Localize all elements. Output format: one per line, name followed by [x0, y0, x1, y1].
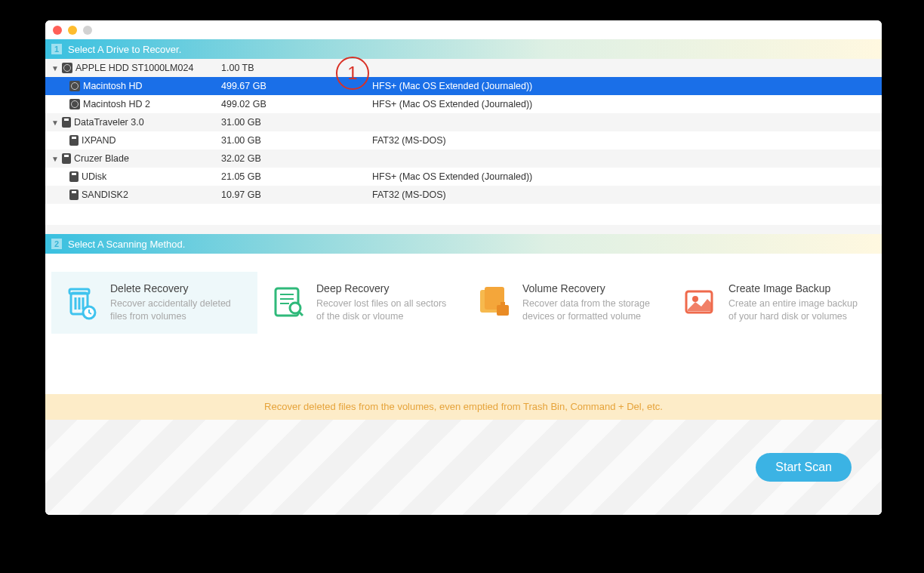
drive-size: 1.00 TB: [221, 63, 372, 73]
drive-name: Macintosh HD: [83, 81, 143, 91]
drive-row[interactable]: IXPAND31.00 GBFAT32 (MS-DOS): [45, 131, 882, 149]
method-card-backup[interactable]: Create Image BackupCreate an entire imag…: [670, 272, 876, 334]
drive-size: 31.00 GB: [221, 135, 372, 146]
drive-row[interactable]: ▼DataTraveler 3.031.00 GB: [45, 113, 882, 131]
svg-line-11: [299, 312, 303, 316]
section-1-number: 1: [51, 44, 62, 54]
svg-rect-1: [69, 289, 89, 294]
drive-filesystem: FAT32 (MS-DOS): [372, 189, 882, 200]
section-1-header: 1 Select A Drive to Recover.: [45, 39, 882, 59]
drive-size: 499.02 GB: [221, 99, 372, 109]
method-title: Deep Recovery: [316, 282, 453, 294]
footer: Start Scan: [45, 420, 882, 515]
svg-point-17: [692, 296, 698, 302]
titlebar: [45, 20, 882, 39]
drive-row[interactable]: ▼APPLE HDD ST1000LM0241.00 TB: [45, 59, 882, 77]
drive-tree-cell: ▼DataTraveler 3.0: [51, 117, 221, 128]
method-desc: Recover accidentally deleted files from …: [110, 297, 247, 323]
spacer: [45, 204, 882, 225]
usb-drive-icon: [69, 189, 79, 200]
svg-rect-15: [500, 302, 505, 307]
section-2-number: 2: [51, 239, 62, 249]
drive-tree-cell: ▼APPLE HDD ST1000LM024: [51, 63, 221, 73]
disclosure-triangle-icon[interactable]: ▼: [51, 64, 59, 72]
disclosure-triangle-icon[interactable]: ▼: [51, 119, 59, 127]
method-title: Create Image Backup: [728, 282, 865, 294]
method-title: Volume Recovery: [522, 282, 659, 294]
usb-drive-icon: [69, 135, 79, 146]
method-card-volume[interactable]: Volume RecoveryRecover data from the sto…: [464, 272, 670, 334]
drive-name: Macintosh HD 2: [83, 99, 150, 109]
drive-name: APPLE HDD ST1000LM024: [75, 63, 193, 73]
drive-filesystem: FAT32 (MS-DOS): [372, 135, 882, 146]
maximize-window-icon[interactable]: [83, 26, 92, 35]
usb-drive-icon: [69, 171, 79, 182]
section-2-title: Select A Scanning Method.: [68, 239, 185, 250]
divider-strip: [45, 225, 882, 234]
method-desc: Recover data from the storage devices or…: [522, 297, 659, 323]
svg-rect-14: [497, 305, 509, 316]
method-card-deep[interactable]: Deep RecoveryRecover lost files on all s…: [257, 272, 464, 334]
close-window-icon[interactable]: [53, 26, 62, 35]
scanning-methods: Delete RecoveryRecover accidentally dele…: [45, 254, 882, 349]
drive-size: 10.97 GB: [221, 189, 372, 200]
disclosure-triangle-icon[interactable]: ▼: [51, 155, 59, 163]
drive-name: IXPAND: [82, 135, 116, 146]
start-scan-button[interactable]: Start Scan: [756, 453, 852, 482]
harddisk-icon: [69, 99, 80, 109]
drive-row[interactable]: ▼Cruzer Blade32.02 GB: [45, 149, 882, 168]
section-2-header: 2 Select A Scanning Method.: [45, 234, 882, 254]
section-1-title: Select A Drive to Recover.: [68, 44, 181, 55]
usb-drive-icon: [62, 153, 71, 164]
minimize-window-icon[interactable]: [68, 26, 77, 35]
method-title: Delete Recovery: [110, 282, 247, 294]
drive-tree-cell: IXPAND: [51, 135, 221, 146]
app-window: 1 Select A Drive to Recover. ▼APPLE HDD …: [45, 20, 882, 515]
harddisk-icon: [62, 63, 72, 73]
drive-row[interactable]: SANDISK210.97 GBFAT32 (MS-DOS): [45, 186, 882, 204]
drive-row[interactable]: UDisk21.05 GBHFS+ (Mac OS Extended (Jour…: [45, 168, 882, 186]
drive-tree-cell: ▼Cruzer Blade: [51, 153, 221, 164]
drive-size: 499.67 GB: [221, 81, 372, 91]
drive-list: ▼APPLE HDD ST1000LM0241.00 TBMacintosh H…: [45, 59, 882, 204]
usb-drive-icon: [62, 117, 71, 128]
svg-point-10: [290, 303, 300, 313]
method-card-delete[interactable]: Delete RecoveryRecover accidentally dele…: [51, 272, 257, 334]
drive-filesystem: HFS+ (Mac OS Extended (Journaled)): [372, 81, 882, 91]
drive-filesystem: HFS+ (Mac OS Extended (Journaled)): [372, 99, 882, 109]
drive-tree-cell: SANDISK2: [51, 189, 221, 200]
drive-tree-cell: UDisk: [51, 171, 221, 182]
drive-filesystem: HFS+ (Mac OS Extended (Journaled)): [372, 171, 882, 182]
drive-row[interactable]: Macintosh HD499.67 GBHFS+ (Mac OS Extend…: [45, 77, 882, 95]
method-desc: Create an entire image backup of your ha…: [728, 297, 865, 323]
drive-size: 32.02 GB: [221, 153, 372, 164]
drive-tree-cell: Macintosh HD 2: [51, 99, 221, 109]
drive-size: 31.00 GB: [221, 117, 372, 128]
backup-recovery-icon: [680, 282, 718, 320]
hint-text: Recover deleted files from the volumes, …: [264, 401, 663, 412]
drive-name: UDisk: [82, 171, 106, 182]
volume-recovery-icon: [474, 282, 512, 320]
drive-name: DataTraveler 3.0: [74, 117, 144, 128]
harddisk-icon: [69, 81, 80, 91]
hint-bar: Recover deleted files from the volumes, …: [45, 394, 882, 420]
deep-recovery-icon: [268, 282, 306, 320]
delete-recovery-icon: [62, 282, 100, 320]
drive-name: Cruzer Blade: [74, 153, 129, 164]
drive-row[interactable]: Macintosh HD 2499.02 GBHFS+ (Mac OS Exte…: [45, 95, 882, 113]
method-desc: Recover lost files on all sectors of the…: [316, 297, 453, 323]
drive-name: SANDISK2: [82, 189, 128, 200]
drive-size: 21.05 GB: [221, 171, 372, 182]
drive-tree-cell: Macintosh HD: [51, 81, 221, 91]
